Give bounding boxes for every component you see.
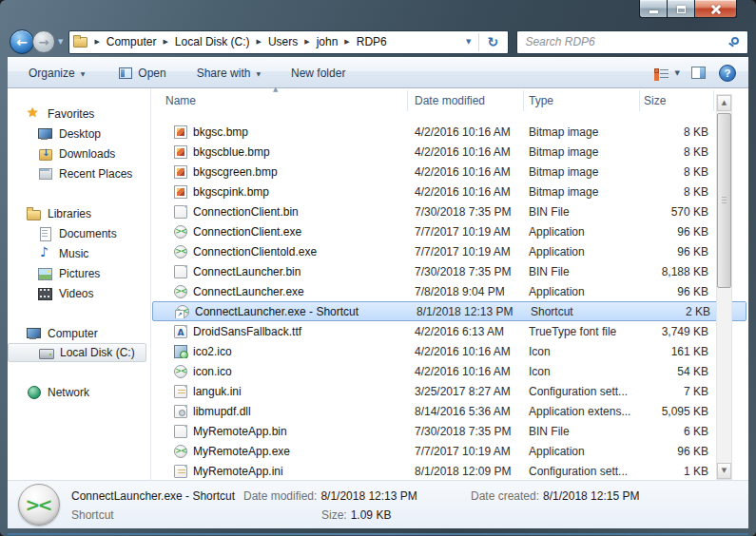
sidebar-item-label: Favorites [48, 107, 94, 121]
address-dropdown-icon[interactable]: ▼ [466, 38, 471, 46]
sidebar-item-network[interactable]: Network [8, 382, 150, 402]
breadcrumb-item-computer[interactable]: Computer [107, 35, 157, 48]
column-header-name[interactable]: Name [151, 90, 408, 111]
refresh-button[interactable]: ↻ [479, 31, 506, 53]
sidebar-item-favorites[interactable]: Favorites [8, 104, 150, 124]
file-size: 8 KB [640, 165, 714, 179]
search-input[interactable] [517, 31, 747, 53]
window-bottom-glow [8, 533, 748, 535]
sidebar-item-documents[interactable]: Documents [8, 223, 150, 243]
bmp-file-icon [174, 145, 187, 159]
file-row[interactable]: icon.ico4/2/2016 10:16 AMIcon54 KB [151, 361, 748, 381]
recent-pages-dropdown[interactable]: ▼ [58, 38, 63, 46]
file-size: 96 KB [640, 285, 714, 298]
file-name: ConnectLauncher.exe - Shortcut [195, 305, 359, 318]
ico2-file-icon [174, 345, 187, 358]
sidebar-item-label: Local Disk (C:) [60, 346, 135, 359]
file-row[interactable]: ConnectLauncher.exe7/8/2018 9:04 PMAppli… [151, 281, 748, 301]
file-row[interactable]: libmupdf.dll8/14/2016 5:36 AMApplication… [151, 401, 748, 421]
file-row[interactable]: ConnectionClient.bin7/30/2018 7:35 PMBIN… [151, 201, 748, 221]
breadcrumb-separator-icon: ▶ [163, 38, 167, 46]
file-size: 96 KB [640, 445, 714, 458]
back-button[interactable]: ← [10, 29, 34, 54]
file-row[interactable]: MyRemoteApp.bin7/30/2018 7:35 PMBIN File… [151, 421, 748, 441]
column-header-size[interactable]: Size [640, 90, 714, 111]
explorer-window: ← → ▼ ▶Computer▶Local Disk (C:)▶Users▶jo… [0, 0, 756, 536]
scroll-down-button[interactable]: ▼ [717, 463, 731, 479]
column-header-date-modified[interactable]: Date modified [408, 90, 524, 111]
file-type: Configuration sett... [524, 385, 640, 398]
file-name: ConnectionClient.bin [193, 205, 299, 219]
file-date-modified: 7/7/2017 10:19 AM [408, 225, 524, 239]
minimize-button[interactable] [639, 0, 667, 18]
help-icon: ? [725, 67, 731, 79]
details-item-type: Shortcut [71, 508, 114, 522]
scrollbar-thumb[interactable] [717, 113, 731, 288]
file-size: 5,095 KB [640, 405, 714, 418]
sidebar-item-computer[interactable]: Computer [8, 323, 150, 343]
file-row[interactable]: DroidSansFallback.ttf4/2/2016 6:13 AMTru… [151, 321, 748, 341]
breadcrumb-item-john[interactable]: john [317, 35, 339, 48]
sidebar-item-desktop[interactable]: Desktop [8, 124, 150, 144]
file-row[interactable]: MyRemoteApp.ini8/1/2018 12:09 PMConfigur… [151, 461, 748, 481]
file-row[interactable]: bkgscgreen.bmp4/2/2016 10:16 AMBitmap im… [151, 162, 748, 182]
file-date-modified: 4/2/2016 10:16 AM [408, 125, 524, 139]
bmp-file-icon [174, 185, 187, 199]
file-row[interactable]: ConnectLauncher.bin7/30/2018 7:35 PMBIN … [151, 261, 748, 281]
change-view-button[interactable] [654, 67, 669, 79]
libraries-icon [27, 206, 41, 220]
search-icon [731, 37, 739, 45]
share-with-button[interactable]: Share with ▼ [190, 62, 267, 85]
preview-pane-button[interactable] [691, 67, 706, 79]
file-type: Shortcut [526, 305, 642, 318]
sidebar-item-recent-places[interactable]: Recent Places [8, 163, 150, 183]
open-button[interactable]: Open [112, 62, 172, 85]
scroll-up-button[interactable]: ▲ [717, 95, 731, 111]
column-header-type[interactable]: Type [524, 90, 640, 111]
file-name: MyRemoteApp.bin [193, 425, 287, 438]
file-name: ConnectionClient.exe [193, 225, 301, 239]
exe-file-icon [174, 225, 187, 239]
file-row[interactable]: ConnectionClient.exe7/7/2017 10:19 AMApp… [151, 221, 748, 241]
file-row[interactable]: ico2.ico4/2/2016 10:16 AMIcon161 KB [151, 341, 748, 361]
breadcrumb-separator-icon: ▶ [257, 38, 262, 46]
computer-icon [27, 326, 41, 340]
new-folder-button[interactable]: New folder [284, 62, 352, 85]
sidebar-item-local-disk-c[interactable]: Local Disk (C:) [8, 343, 146, 362]
file-row[interactable]: languk.ini3/25/2017 8:27 AMConfiguration… [151, 381, 748, 401]
maximize-button[interactable] [667, 0, 694, 18]
bin-file-icon [174, 265, 187, 278]
views-dropdown-icon[interactable]: ▼ [675, 69, 680, 77]
sidebar-item-downloads[interactable]: Downloads [8, 144, 150, 163]
vertical-scrollbar[interactable]: ▲ ▼ [716, 94, 732, 480]
file-row[interactable]: MyRemoteApp.exe7/7/2017 10:19 AMApplicat… [151, 441, 748, 461]
file-type: Configuration sett... [524, 465, 640, 478]
help-button[interactable]: ? [719, 65, 736, 82]
file-date-modified: 7/8/2018 9:04 PM [408, 285, 524, 298]
address-bar[interactable]: ▶Computer▶Local Disk (C:)▶Users▶john▶RDP… [68, 30, 509, 54]
breadcrumb-item-local-disk-c[interactable]: Local Disk (C:) [175, 35, 250, 48]
file-row[interactable]: bkgscpink.bmp4/2/2016 10:16 AMBitmap ima… [151, 182, 748, 201]
file-row[interactable]: bkgscblue.bmp4/2/2016 10:16 AMBitmap ima… [151, 142, 748, 162]
sidebar-item-pictures[interactable]: Pictures [8, 263, 150, 283]
file-date-modified: 7/30/2018 7:35 PM [408, 205, 524, 219]
date-created-label: Date created: [471, 489, 539, 503]
sidebar-item-videos[interactable]: Videos [8, 283, 150, 303]
organize-button[interactable]: Organize ▼ [22, 62, 91, 85]
forward-button[interactable]: → [32, 30, 55, 53]
file-name: libmupdf.dll [193, 405, 251, 418]
file-row[interactable]: bkgsc.bmp4/2/2016 10:16 AMBitmap image8 … [151, 122, 748, 142]
navigation-bar: ← → ▼ ▶Computer▶Local Disk (C:)▶Users▶jo… [8, 27, 748, 57]
file-size: 7 KB [640, 385, 714, 398]
breadcrumb-item-users[interactable]: Users [268, 35, 298, 48]
sidebar-item-music[interactable]: Music [8, 243, 150, 263]
file-type: Application [524, 445, 640, 458]
close-button[interactable] [694, 0, 737, 18]
window-controls [639, 0, 737, 18]
file-row[interactable]: ConnectLauncher.exe - Shortcut8/1/2018 1… [152, 301, 746, 321]
breadcrumb-item-rdp6[interactable]: RDP6 [357, 35, 387, 48]
sidebar-item-libraries[interactable]: Libraries [8, 203, 150, 223]
file-date-modified: 8/1/2018 12:13 PM [410, 305, 526, 318]
sidebar-item-label: Network [48, 386, 89, 399]
file-row[interactable]: ConnectionClientold.exe7/7/2017 10:19 AM… [151, 241, 748, 261]
